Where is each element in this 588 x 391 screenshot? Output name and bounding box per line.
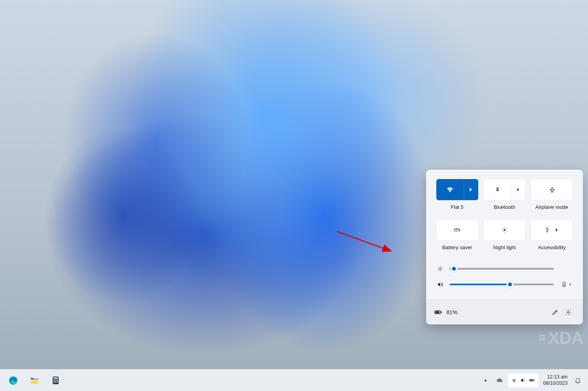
- gear-icon: [565, 309, 572, 316]
- notifications-button[interactable]: z: [572, 373, 584, 388]
- wifi-toggle[interactable]: [437, 179, 464, 200]
- wifi-expand-button[interactable]: [464, 179, 478, 200]
- svg-line-7: [503, 228, 503, 228]
- chevron-right-icon: [553, 226, 560, 234]
- brightness-slider[interactable]: [450, 264, 554, 273]
- svg-rect-30: [54, 377, 58, 379]
- night-light-tile[interactable]: [484, 219, 526, 241]
- edit-quick-settings-button[interactable]: [548, 306, 562, 319]
- night-light-label: Night light: [493, 244, 516, 250]
- svg-line-9: [503, 232, 503, 232]
- airplane-icon: [548, 186, 555, 193]
- bell-dnd-icon: z: [574, 377, 581, 384]
- wifi-tile[interactable]: [436, 179, 478, 200]
- taskbar-clock[interactable]: 12:13 am 08/10/2023: [543, 374, 568, 386]
- svg-line-20: [442, 267, 442, 267]
- accessibility-icon: [544, 226, 551, 234]
- calculator-taskbar-icon[interactable]: [47, 373, 64, 388]
- battery-icon: [434, 308, 443, 317]
- svg-line-17: [438, 267, 439, 267]
- svg-rect-31: [54, 380, 55, 381]
- system-tray: 12:13 am 08/10/2023 z: [479, 373, 584, 388]
- bluetooth-tile[interactable]: [484, 179, 526, 200]
- brightness-row: [436, 264, 573, 273]
- svg-rect-26: [441, 311, 442, 313]
- svg-point-2: [504, 229, 506, 231]
- date-text: 08/10/2023: [543, 380, 568, 387]
- svg-point-12: [439, 268, 441, 270]
- cloud-icon: [496, 377, 503, 384]
- svg-rect-35: [55, 381, 56, 382]
- brightness-icon: [437, 265, 444, 272]
- edge-icon: [8, 375, 18, 386]
- svg-rect-38: [530, 380, 533, 381]
- svg-point-11: [546, 227, 548, 228]
- airplane-mode-label: Airplane mode: [535, 204, 568, 210]
- svg-line-8: [506, 232, 506, 232]
- svg-rect-33: [57, 380, 58, 381]
- accessibility-label: Accessibility: [538, 244, 566, 250]
- svg-point-27: [568, 311, 570, 313]
- battery-status[interactable]: 81%: [434, 308, 457, 317]
- svg-rect-34: [54, 381, 55, 382]
- chevron-right-icon: [568, 282, 573, 287]
- bluetooth-icon: [494, 186, 501, 193]
- svg-rect-39: [534, 380, 535, 381]
- battery-saver-tile[interactable]: [436, 219, 478, 241]
- battery-icon: [529, 377, 535, 384]
- airplane-mode-tile[interactable]: [531, 179, 573, 200]
- wifi-icon: [446, 186, 454, 193]
- onedrive-tray-icon[interactable]: [493, 373, 506, 388]
- wifi-label: Flat 5: [451, 204, 464, 210]
- file-explorer-taskbar-icon[interactable]: [26, 373, 43, 388]
- wifi-icon: [511, 377, 517, 384]
- bluetooth-label: Bluetooth: [494, 204, 515, 210]
- quick-settings-flyout: Flat 5 Bluetooth Airplane: [426, 170, 583, 324]
- speaker-icon: [520, 377, 526, 384]
- svg-point-22: [564, 283, 564, 284]
- folder-icon: [29, 375, 40, 386]
- edge-taskbar-icon[interactable]: [5, 373, 22, 388]
- svg-rect-32: [55, 380, 56, 381]
- tray-overflow-button[interactable]: [479, 373, 492, 388]
- bluetooth-expand-button[interactable]: [511, 179, 525, 200]
- svg-point-23: [563, 284, 564, 286]
- svg-line-10: [506, 228, 506, 228]
- quick-settings-footer: 81%: [426, 300, 583, 324]
- taskbar: 12:13 am 08/10/2023 z: [0, 369, 588, 391]
- battery-percent-text: 81%: [446, 309, 457, 315]
- battery-saver-icon: [454, 226, 461, 234]
- svg-text:z: z: [579, 377, 580, 380]
- battery-saver-label: Battery saver: [442, 244, 472, 250]
- speaker-icon: [437, 281, 444, 288]
- svg-line-18: [442, 270, 442, 271]
- chevron-right-icon: [467, 186, 474, 193]
- svg-rect-25: [436, 311, 439, 313]
- calculator-icon: [51, 375, 61, 386]
- accessibility-tile[interactable]: [531, 219, 573, 241]
- volume-row: [436, 280, 573, 289]
- time-text: 12:13 am: [547, 374, 568, 380]
- pencil-icon: [552, 309, 559, 316]
- svg-rect-36: [57, 381, 58, 382]
- quick-settings-tray-button[interactable]: [507, 373, 539, 388]
- audio-device-icon: [561, 281, 567, 288]
- chevron-up-icon: [482, 377, 489, 384]
- svg-line-19: [438, 270, 439, 271]
- settings-button[interactable]: [562, 306, 575, 319]
- night-light-icon: [501, 226, 508, 234]
- bluetooth-toggle[interactable]: [484, 179, 511, 200]
- volume-slider[interactable]: [450, 280, 554, 289]
- chevron-right-icon: [515, 186, 522, 193]
- sound-output-button[interactable]: [559, 281, 573, 288]
